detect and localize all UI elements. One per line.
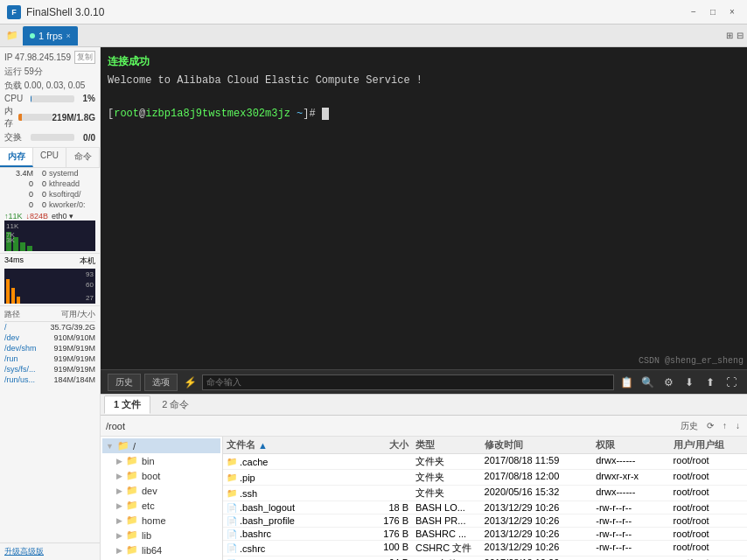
file-mtime-3: 2013/12/29 10:26	[481, 502, 593, 513]
mem-label: 内存	[4, 105, 18, 130]
disk-avail-1: 910M/910M	[38, 333, 95, 342]
split-icon[interactable]: ⊟	[737, 31, 744, 40]
maximize-button[interactable]: □	[705, 4, 721, 20]
fm-upload-button[interactable]: ↑	[721, 421, 729, 430]
file-row-7[interactable]: 📄.pydistutils.cfg 64 B CFG 文件 2017/08/18…	[223, 556, 747, 560]
file-mtime-6: 2013/12/29 10:26	[481, 542, 593, 555]
copy-ip-button[interactable]: 复制	[74, 51, 95, 64]
settings-icon[interactable]: ⚙	[660, 374, 677, 391]
res-row-0: 3.4M 0 systemd	[0, 168, 100, 178]
disk-path-0: /	[4, 323, 38, 332]
tree-item-boot[interactable]: ▶ 📁 boot	[113, 468, 220, 483]
file-row-2[interactable]: 📁.ssh 文件夹 2020/05/16 15:32 drwx------ ro…	[223, 486, 747, 501]
folder-icon[interactable]: 📁	[3, 27, 21, 45]
maximize-icon[interactable]: ⛶	[723, 374, 740, 391]
tree-item-home[interactable]: ▶ 📁 home	[113, 513, 220, 528]
disk-row-4: /sys/fs/... 919M/919M	[4, 364, 95, 374]
sidebar-tab-cmd[interactable]: 命令	[66, 148, 100, 167]
file-mtime-4: 2013/12/29 10:26	[481, 515, 593, 526]
col-header-size[interactable]: 大小	[360, 438, 412, 452]
file-owner-6: root/root	[670, 542, 747, 555]
disk-avail-5: 184M/184M	[38, 375, 95, 384]
upgrade-link[interactable]: 升级高级版	[0, 542, 100, 560]
mem-value: 219M/1.8G	[52, 113, 95, 122]
tree-item-dev[interactable]: ▶ 📁 dev	[113, 483, 220, 498]
mem-row: 内存 219M/1.8G	[4, 104, 95, 130]
search-icon[interactable]: 🔍	[639, 374, 656, 391]
fm-path-label: /root	[106, 421, 125, 431]
col-header-type[interactable]: 类型	[412, 438, 481, 452]
tab-close-button[interactable]: ×	[66, 32, 71, 40]
fm-tab-commands[interactable]: 2 命令	[152, 396, 199, 414]
file-row-6[interactable]: 📄.cshrc 100 B CSHRC 文件 2013/12/29 10:26 …	[223, 541, 747, 556]
file-icon-6: 📄	[227, 543, 237, 553]
command-input[interactable]	[202, 374, 614, 390]
tree-arrow-root: ▼	[106, 442, 114, 451]
net-iface-selector[interactable]: eth0 ▾	[52, 212, 73, 220]
ip-label: IP 47.98.245.159	[4, 52, 71, 62]
file-row-3[interactable]: 📄.bash_logout 18 B BASH LO... 2013/12/29…	[223, 501, 747, 514]
file-row-0[interactable]: 📁.cache 文件夹 2017/08/18 11:59 drwx------ …	[223, 454, 747, 470]
file-size-0	[360, 455, 412, 468]
tree-label-lib64: lib64	[142, 545, 162, 556]
tree-item-lib[interactable]: ▶ 📁 lib	[113, 528, 220, 542]
close-button[interactable]: ×	[724, 4, 740, 20]
options-button[interactable]: 选项	[144, 374, 178, 391]
col-header-perms[interactable]: 权限	[592, 438, 669, 452]
file-icon-3: 📄	[227, 503, 237, 513]
tree-folder-icon-bin: 📁	[126, 455, 138, 466]
tree-item-etc[interactable]: ▶ 📁 etc	[113, 498, 220, 513]
tree-item-root[interactable]: ▼ 📁 /	[102, 438, 220, 453]
res-row-3: 0 0 kworker/0:	[0, 200, 100, 210]
file-name-3: .bash_logout	[240, 502, 295, 513]
sidebar-tab-mem[interactable]: 内存	[0, 148, 33, 167]
upload-icon[interactable]: ⬆	[702, 374, 719, 391]
sidebar-tab-cpu[interactable]: CPU	[33, 148, 66, 167]
file-name-0: .cache	[240, 457, 268, 467]
col-header-mtime[interactable]: 修改时间	[481, 438, 593, 452]
res-num-0: 0	[33, 169, 46, 178]
file-size-4: 176 B	[360, 515, 412, 526]
res-num-2: 0	[33, 190, 46, 199]
tree-item-bin[interactable]: ▶ 📁 bin	[113, 453, 220, 468]
load-label: 负载 0.00, 0.03, 0.05	[4, 80, 85, 92]
prompt-host: izbp1a8j9twstmex302m3jz	[145, 108, 290, 120]
col-header-owner[interactable]: 用户/用户组	[670, 438, 747, 452]
net-header-row: ↑11K ↓824B eth0 ▾	[4, 212, 95, 220]
tree-arrow-home: ▶	[116, 516, 122, 525]
tab-frps[interactable]: 1 frps ×	[23, 26, 78, 46]
fm-download-button[interactable]: ↓	[734, 421, 742, 430]
fm-tab-files[interactable]: 1 文件	[104, 396, 150, 414]
res-size-1: 0	[3, 179, 33, 188]
copy-icon[interactable]: 📋	[618, 374, 635, 391]
fm-history-button[interactable]: 历史	[679, 420, 700, 432]
history-button[interactable]: 历史	[108, 374, 141, 391]
fm-files: 文件名 ▲ 大小 类型 修改时间 权限 用户/用户组 📁.cache 文件夹 2…	[223, 437, 747, 560]
res-size-0: 3.4M	[3, 169, 33, 178]
net-download-label: ↓824B	[26, 212, 49, 220]
disk-row-5: /run/us... 184M/184M	[4, 374, 95, 385]
prompt-user: root	[114, 108, 139, 120]
lightning-icon[interactable]: ⚡	[181, 374, 199, 391]
disk-avail-0: 35.7G/39.2G	[38, 323, 95, 332]
tree-folder-icon-boot: 📁	[126, 470, 138, 481]
fm-tabs: 1 文件 2 命令	[101, 395, 747, 416]
col-header-name[interactable]: 文件名 ▲	[223, 438, 360, 452]
terminal[interactable]: 连接成功 Welcome to Alibaba Cloud Elastic Co…	[101, 47, 747, 369]
tree-item-lib64[interactable]: ▶ 📁 lib64	[113, 542, 220, 557]
tree-label-bin: bin	[142, 456, 155, 466]
file-manager: 1 文件 2 命令 /root 历史 ⟳ ↑ ↓ ▼ 📁 /	[101, 394, 747, 560]
download-icon[interactable]: ⬇	[681, 374, 698, 391]
tree-arrow-lib64: ▶	[116, 546, 122, 555]
file-icon-5: 📄	[227, 529, 237, 539]
file-row-5[interactable]: 📄.bashrc 176 B BASHRC ... 2013/12/29 10:…	[223, 528, 747, 541]
tree-arrow-etc: ▶	[116, 501, 122, 510]
grid-icon[interactable]: ⊞	[726, 31, 733, 40]
fm-refresh-button[interactable]: ⟳	[705, 421, 716, 430]
minimize-button[interactable]: −	[686, 4, 702, 20]
file-perms-2: drwx------	[592, 486, 669, 500]
ping-60: 60	[86, 281, 94, 289]
file-row-4[interactable]: 📄.bash_profile 176 B BASH PR... 2013/12/…	[223, 514, 747, 528]
file-row-1[interactable]: 📁.pip 文件夹 2017/08/18 12:00 drwxr-xr-x ro…	[223, 470, 747, 486]
file-perms-0: drwx------	[592, 455, 669, 468]
